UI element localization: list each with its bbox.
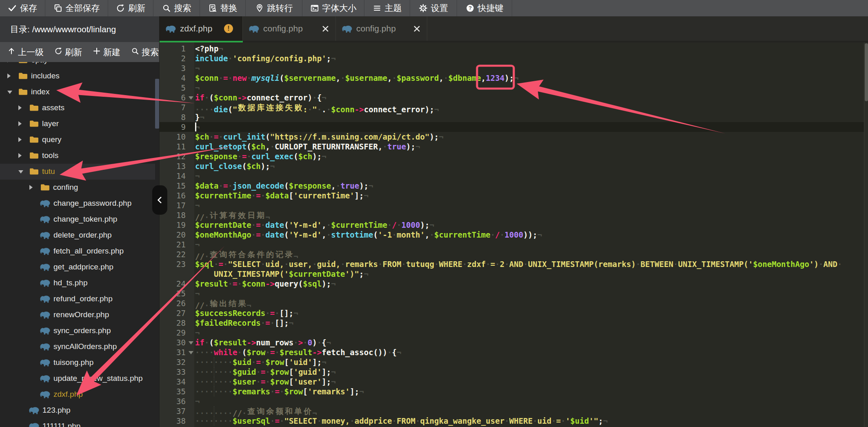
tree-item-label: renewOrder.php <box>53 310 109 319</box>
toolbar-button-help[interactable]: ?快捷键 <box>457 0 512 16</box>
tree-file-syncAllOrders.php[interactable]: syncAllOrders.php <box>0 339 155 355</box>
tree-file-sync_orders.php[interactable]: sync_orders.php <box>0 323 155 339</box>
php-file-icon <box>40 390 51 399</box>
line-number: 27 <box>160 308 186 318</box>
gear-icon <box>419 4 428 13</box>
tree-folder-tutu[interactable]: tutu <box>0 164 155 180</box>
code-line: //·计算有效日期¬ <box>195 210 270 220</box>
code-line: $sql·=·"SELECT·uid,·user,·guid,·remarks·… <box>195 259 842 269</box>
line-number: 1 <box>160 44 186 53</box>
tree-folder-assets[interactable]: assets <box>0 100 155 116</box>
tree-file-change_password.php[interactable]: change_password.php <box>0 196 155 211</box>
php-file-icon <box>40 358 51 367</box>
line-number: 11 <box>160 142 186 151</box>
sidebar-collapse-handle[interactable] <box>152 185 167 215</box>
code-line: ¬ <box>195 200 200 210</box>
folder-icon <box>40 184 50 191</box>
tree-item-label: refund_order.php <box>53 294 113 303</box>
toolbar-button-gear[interactable]: 设置 <box>410 0 457 16</box>
caret-right-icon[interactable] <box>7 73 11 78</box>
tree-file-renewOrder.php[interactable]: renewOrder.php <box>0 307 155 323</box>
code-line: if·($result->num_rows·>·0)·{¬ <box>195 338 331 347</box>
editor-scrollbar-thumb[interactable] <box>865 43 868 101</box>
caret-right-icon[interactable] <box>18 153 22 158</box>
line-number: 25 <box>160 289 186 298</box>
code-line: ¬ <box>195 83 200 93</box>
toolbar-button-check[interactable]: 保存 <box>0 0 45 16</box>
tree-file-delete_order.php[interactable]: delete_order.php <box>0 227 155 243</box>
code-line: $successRecords·=·[];¬ <box>195 308 298 318</box>
fold-caret-icon[interactable] <box>189 351 193 354</box>
tree-file-hd_ts.php[interactable]: hd_ts.php <box>0 275 155 291</box>
tree-item-label: tuisong.php <box>53 358 93 367</box>
tab-config.php-1[interactable]: config.php <box>243 16 336 41</box>
toolbar-button-refresh[interactable]: 刷新 <box>108 0 153 16</box>
toolbar-button-copy[interactable]: 全部保存 <box>45 0 108 16</box>
replace-icon <box>208 4 217 13</box>
sidebar-tool-up[interactable]: 上一级 <box>7 47 44 58</box>
sidebar-tool-plus[interactable]: 新建 <box>93 47 120 58</box>
fold-caret-icon[interactable] <box>189 341 193 345</box>
tree-file-tuisong.php[interactable]: tuisong.php <box>0 355 155 371</box>
toolbar-button-label: 替换 <box>220 2 238 14</box>
caret-right-icon[interactable] <box>29 185 33 190</box>
tree-folder-confing[interactable]: confing <box>0 180 155 196</box>
line-number: 36 <box>160 396 186 406</box>
tree-item-label: hd_ts.php <box>53 278 87 287</box>
sidebar-tool-refresh[interactable]: 刷新 <box>54 47 82 58</box>
code-line: ····die("数据库连接失败:·"·.·$conn->connect_err… <box>195 102 439 112</box>
code-line: ········$user·=·$row['user'];¬ <box>195 377 336 387</box>
caret-right-icon[interactable] <box>18 121 22 126</box>
folder-icon <box>29 104 39 112</box>
tree-file-zdxf.php[interactable]: zdxf.php <box>0 387 155 403</box>
file-tree-scrollbar[interactable] <box>155 79 159 129</box>
tree-file-111111.php[interactable]: 111111.php <box>0 418 155 427</box>
toolbar-button-font-size[interactable]: 字体大小 <box>302 0 364 16</box>
active-tab-underline <box>160 41 243 42</box>
line-number: 9 <box>160 122 186 132</box>
tree-file-123.php[interactable]: 123.php <box>0 403 155 418</box>
tab-config.php-2[interactable]: config.php <box>336 16 427 41</box>
tree-item-label: get_addprice.php <box>53 262 113 271</box>
tab-zdxf.php-0[interactable]: zdxf.php! <box>160 16 243 41</box>
toolbar-button-theme[interactable]: 主题 <box>364 0 410 16</box>
tree-file-refund_order.php[interactable]: refund_order.php <box>0 291 155 307</box>
caret-right-icon[interactable] <box>18 137 22 142</box>
php-file-icon <box>40 311 51 319</box>
up-icon <box>7 47 16 57</box>
code-line: ········//·查询余额和单价¬ <box>195 406 317 416</box>
tree-file-change_token.php[interactable]: change_token.php <box>0 211 155 227</box>
toolbar-button-search[interactable]: 搜索 <box>153 0 200 16</box>
close-icon[interactable] <box>322 25 329 33</box>
tree-folder-includes[interactable]: includes <box>0 68 155 84</box>
fold-caret-icon[interactable] <box>189 96 193 100</box>
php-file-icon <box>40 231 51 240</box>
toolbar-button-label: 跳转行 <box>267 2 293 14</box>
tab-bar: zdxf.php!config.phpconfig.php <box>160 16 868 41</box>
tree-item-label: query <box>42 135 62 144</box>
tree-file-get_addprice.php[interactable]: get_addprice.php <box>0 259 155 275</box>
caret-down-icon[interactable] <box>7 91 12 94</box>
toolbar-button-replace[interactable]: 替换 <box>200 0 246 16</box>
code-line: $oneMonthAgo·=·date('Y-m-d',·strtotime('… <box>195 230 542 240</box>
toolbar-button-pin[interactable]: 跳转行 <box>246 0 302 16</box>
tree-folder-query[interactable]: query <box>0 132 155 148</box>
tree-folder-index[interactable]: index <box>0 84 155 100</box>
caret-right-icon[interactable] <box>18 105 22 110</box>
code-area[interactable]: 1<?php¬2include·'confing/config.php';¬3¬… <box>160 42 868 427</box>
tree-item-label: sync_orders.php <box>53 326 111 335</box>
sidebar-tool-search[interactable]: 搜索 <box>131 47 159 58</box>
line-number: 24 <box>160 279 186 289</box>
tree-item-label: update_renew_status.php <box>53 374 143 383</box>
tree-file-update_renew_status.php[interactable]: update_renew_status.php <box>0 371 155 387</box>
tree-folder-layer[interactable]: layer <box>0 116 155 132</box>
tree-item-label: assets <box>42 103 64 112</box>
tree-item-label: change_password.php <box>53 199 131 208</box>
line-number: 6 <box>160 93 186 102</box>
tree-file-fetch_all_orders.php[interactable]: fetch_all_orders.php <box>0 243 155 259</box>
tree-folder-tools[interactable]: tools <box>0 148 155 164</box>
code-line: <?php¬ <box>195 44 223 53</box>
close-icon[interactable] <box>413 25 421 33</box>
caret-down-icon[interactable] <box>18 170 23 173</box>
font-size-icon <box>310 4 319 13</box>
